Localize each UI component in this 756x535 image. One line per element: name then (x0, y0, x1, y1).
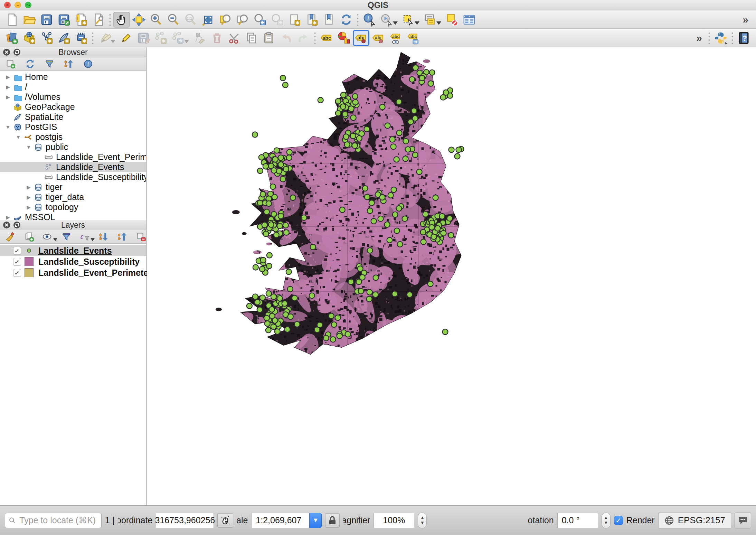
layer-labeling-button[interactable]: abc (318, 30, 335, 46)
redo-button[interactable] (295, 30, 312, 46)
browser-item-public[interactable]: ▼public (0, 142, 146, 152)
add-group-button[interactable] (23, 231, 35, 243)
new-spatialite-button[interactable] (56, 30, 72, 46)
datasource-manager-button[interactable] (4, 30, 20, 46)
deselect-all-button[interactable] (444, 12, 460, 28)
save-project-button[interactable] (38, 12, 55, 28)
zoom-to-layer-button[interactable] (234, 12, 251, 28)
zoom-out-button[interactable] (165, 12, 182, 28)
current-edits-button[interactable] (96, 30, 113, 46)
tree-expander-icon[interactable]: ▶ (24, 204, 33, 210)
remove-layer-button[interactable] (135, 231, 147, 243)
select-by-value-button[interactable] (422, 12, 438, 28)
save-edits-button[interactable] (135, 30, 152, 46)
pin-labels-button[interactable]: ab (353, 30, 369, 46)
expand-all-button[interactable] (98, 231, 109, 243)
tree-expander-icon[interactable]: ▶ (3, 214, 12, 220)
cut-features-button[interactable] (226, 30, 243, 46)
dropdown-caret-icon[interactable] (393, 21, 398, 25)
rotation-stepper[interactable]: ▲▼ (602, 513, 611, 528)
zoom-in-button[interactable] (148, 12, 164, 28)
tree-expander-icon[interactable]: ▼ (3, 124, 12, 130)
show-hide-labels-button[interactable]: abc (387, 30, 404, 46)
dropdown-caret-icon[interactable] (415, 21, 419, 25)
dropdown-caret-icon[interactable] (53, 238, 57, 241)
layer-row-landslide-event-perimeter[interactable]: ✓Landslide_Event_Perimeter (0, 267, 146, 278)
browser-item-landslide-susceptibility[interactable]: Landslide_Susceptibility (0, 172, 146, 182)
new-virtual-layer-button[interactable] (73, 30, 89, 46)
tree-expander-icon[interactable]: ▼ (14, 134, 23, 140)
collapse-all-button[interactable] (117, 231, 128, 243)
bookmark-manager-button[interactable] (321, 12, 337, 28)
dropdown-caret-icon[interactable] (91, 238, 95, 241)
save-project-as-button[interactable] (56, 12, 72, 28)
scale-value[interactable]: 1:2,069,607 (251, 513, 309, 528)
zoom-last-button[interactable] (252, 12, 268, 28)
python-console-button[interactable] (712, 30, 729, 46)
highlight-pinned-labels-button[interactable]: ab (370, 30, 387, 46)
move-feature-button[interactable] (170, 30, 186, 46)
browser-item-mssql[interactable]: ▶MSSQL (0, 212, 146, 220)
browser-item-topology[interactable]: ▶topology (0, 202, 146, 212)
locator-box[interactable] (5, 513, 102, 528)
style-manager-button[interactable] (5, 231, 16, 243)
refresh-button[interactable] (24, 58, 36, 70)
help-button[interactable]: ? (736, 30, 752, 46)
tree-expander-icon[interactable]: ▼ (24, 144, 33, 150)
layer-row-landslide-susceptibility[interactable]: ✓Landslide_Susceptibility (0, 256, 146, 267)
browser-item-tiger-data[interactable]: ▶tiger_data (0, 192, 146, 202)
rotation-input[interactable]: 0.0 ° (557, 513, 598, 528)
new-print-layout-button[interactable] (73, 12, 89, 28)
dropdown-caret-icon[interactable] (111, 40, 115, 43)
dropdown-caret-icon[interactable] (436, 21, 441, 25)
magnifier-stepper[interactable]: ▲▼ (418, 513, 427, 528)
crs-button[interactable]: EPSG:2157 (658, 513, 731, 528)
layers-float-icon[interactable] (13, 221, 21, 229)
magnifier-input[interactable]: 100% (374, 513, 414, 528)
layer-diagram-button[interactable] (336, 30, 352, 46)
toolbar-overflow-button[interactable]: » (738, 14, 753, 26)
select-features-button[interactable] (400, 12, 417, 28)
add-feature-button[interactable] (152, 30, 169, 46)
tree-expander-icon[interactable]: ▶ (3, 84, 12, 90)
tree-expander-icon[interactable]: ▶ (3, 74, 12, 80)
zoom-window-button[interactable] (25, 2, 31, 8)
filter-legend-button[interactable] (61, 231, 72, 243)
tree-expander-icon[interactable]: ▶ (24, 194, 33, 200)
browser-item-tiger[interactable]: ▶tiger (0, 182, 146, 192)
undo-button[interactable] (278, 30, 294, 46)
browser-item-postgis[interactable]: ▼PostGIS (0, 122, 146, 132)
render-checkbox[interactable]: ✓ (614, 516, 623, 525)
minimize-window-button[interactable]: – (15, 2, 21, 8)
attribute-table-button[interactable] (461, 12, 478, 28)
map-canvas[interactable] (147, 47, 756, 505)
browser-item--volumes[interactable]: ▶/Volumes (0, 92, 146, 102)
vertex-tool-button[interactable] (191, 30, 208, 46)
new-geopackage-button[interactable] (21, 30, 38, 46)
chevron-down-icon[interactable]: ▼ (309, 513, 322, 528)
move-label-button[interactable]: abc (405, 30, 421, 46)
delete-selected-button[interactable] (209, 30, 225, 46)
browser-item-home[interactable]: ▶Home (0, 72, 146, 82)
close-window-button[interactable]: ✕ (4, 2, 11, 8)
filter-expression-button[interactable]: ε (79, 231, 91, 243)
zoom-to-selection-button[interactable] (217, 12, 234, 28)
dropdown-caret-icon[interactable] (184, 40, 189, 43)
browser-item-landslide-events[interactable]: Landslide_Events (0, 162, 146, 172)
zoom-full-button[interactable] (200, 12, 216, 28)
show-bookmarks-button[interactable] (303, 12, 320, 28)
layer-visibility-checkbox[interactable]: ✓ (13, 247, 21, 255)
scale-lock-button[interactable] (325, 513, 340, 528)
messages-button[interactable] (735, 513, 751, 528)
tree-expander-icon[interactable]: ▶ (24, 184, 33, 190)
new-shapefile-button[interactable] (38, 30, 55, 46)
new-project-button[interactable] (4, 12, 20, 28)
new-bookmark-button[interactable] (286, 12, 303, 28)
copy-features-button[interactable] (243, 30, 260, 46)
layers-close-icon[interactable] (3, 221, 10, 229)
browser-item-postgis[interactable]: ▼postgis (0, 132, 146, 142)
collapse-all-button[interactable] (63, 58, 75, 70)
browser-float-icon[interactable] (13, 48, 21, 56)
toggle-editing-button[interactable] (118, 30, 134, 46)
tree-expander-icon[interactable]: ▶ (3, 94, 12, 100)
